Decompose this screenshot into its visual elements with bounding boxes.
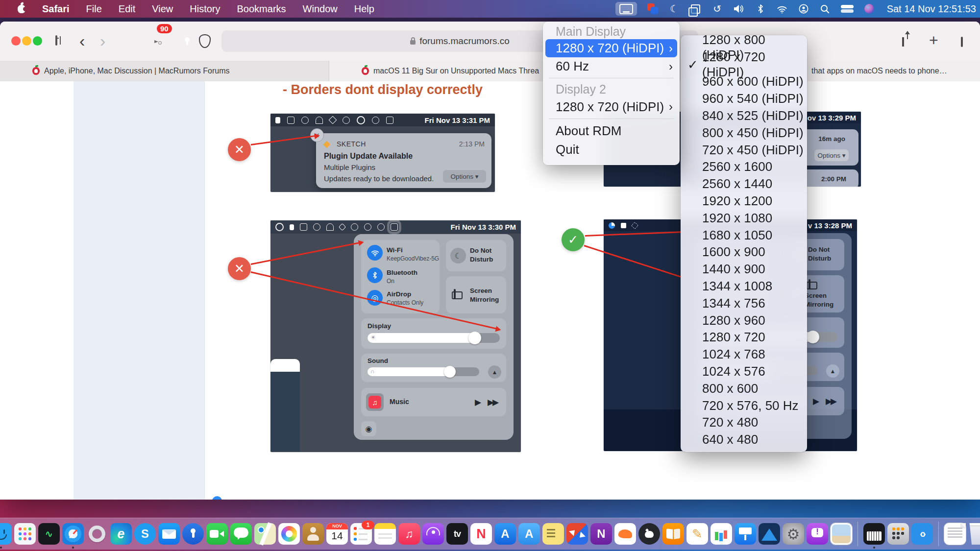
dock-notes-icon[interactable]	[374, 523, 396, 545]
dock-facetime-icon[interactable]	[206, 523, 228, 545]
dock-tv-icon[interactable]	[446, 523, 468, 545]
submenu-item-1280-x-720[interactable]: 1280 x 720	[681, 329, 807, 346]
submenu-item-800-x-600[interactable]: 800 x 600	[681, 380, 807, 397]
submenu-item-1280-x-720-hidpi-[interactable]: ✓1280 x 720 (HiDPI)	[681, 56, 807, 73]
close-window-button[interactable]	[11, 36, 21, 46]
rdm-display2-resolution-item[interactable]: 1280 x 720 (HiDPI)›	[543, 97, 680, 116]
submenu-item-1920-x-1200[interactable]: 1920 x 1200	[681, 192, 807, 210]
dock-activity-monitor-icon[interactable]	[38, 523, 60, 545]
dock-skype-icon[interactable]	[134, 523, 156, 545]
play-icon[interactable]: ▶	[475, 397, 480, 407]
zoom-window-button[interactable]	[33, 36, 42, 46]
menu-window[interactable]: Window	[303, 3, 338, 15]
do-not-disturb-tile[interactable]: ☾ Do Not Disturb	[446, 240, 506, 271]
dock-affinity-designer-icon[interactable]	[759, 523, 780, 545]
volume-icon[interactable]	[733, 2, 745, 16]
dock-system-preferences-icon[interactable]	[783, 523, 804, 545]
menu-file[interactable]: File	[86, 3, 102, 15]
control-center-icon[interactable]	[841, 2, 854, 16]
dock-messages-icon[interactable]	[230, 523, 252, 545]
dock-app-store-2-icon[interactable]	[518, 523, 540, 545]
bluetooth-toggle-icon[interactable]	[367, 267, 383, 283]
notification-options-button[interactable]: Options ▾	[814, 149, 849, 161]
screen-mirroring-tile[interactable]: Screen Mirroring	[446, 276, 506, 313]
dock-piano-icon[interactable]	[863, 523, 885, 545]
wifi-icon[interactable]	[776, 2, 788, 16]
time-machine-icon[interactable]: ↺	[711, 2, 723, 16]
menubar-clock[interactable]: Sat 14 Nov 12:51:53	[887, 3, 976, 15]
dock-desktop-picture-icon[interactable]	[831, 523, 852, 545]
submenu-item-960-x-540-hidpi-[interactable]: 960 x 540 (HiDPI)	[681, 90, 807, 107]
menu-history[interactable]: History	[190, 3, 220, 15]
submenu-item-1440-x-900[interactable]: 1440 x 900	[681, 261, 807, 278]
dock-app-store-icon[interactable]	[494, 523, 516, 545]
dock-trash-icon[interactable]	[968, 523, 980, 545]
dock-music-icon[interactable]	[398, 523, 420, 545]
dock-stickies-icon[interactable]	[542, 523, 564, 545]
rdm-quit-item[interactable]: Quit	[543, 140, 680, 159]
dock-ring-icon[interactable]	[86, 523, 108, 545]
dock-reminders-icon[interactable]: 1	[350, 523, 372, 545]
submenu-item-2560-x-1440[interactable]: 2560 x 1440	[681, 175, 807, 192]
back-button[interactable]: ‹	[79, 31, 85, 50]
bluetooth-icon[interactable]	[755, 2, 766, 16]
submenu-item-720-x-480[interactable]: 720 x 480	[681, 414, 807, 431]
submenu-item-960-x-600-hidpi-[interactable]: 960 x 600 (HiDPI)	[681, 73, 807, 91]
dock-safari-icon[interactable]	[62, 523, 84, 545]
rdm-main-resolution-item[interactable]: 1280 x 720 (HiDPI)›	[545, 39, 677, 57]
airplay-icon[interactable]: ▲	[488, 365, 501, 379]
tab-macrumors-forums[interactable]: Apple, iPhone, Mac Discussion | MacRumor…	[0, 61, 329, 81]
menu-edit[interactable]: Edit	[119, 3, 135, 15]
dock-keynote-icon[interactable]	[735, 523, 756, 545]
submenu-item-1344-x-756[interactable]: 1344 x 756	[681, 295, 807, 312]
submenu-item-1920-x-1080[interactable]: 1920 x 1080	[681, 210, 807, 227]
submenu-item-800-x-450-hidpi-[interactable]: 800 x 450 (HiDPI)	[681, 124, 807, 142]
spotlight-search-icon[interactable]	[819, 2, 831, 16]
volume-slider[interactable]: ∩	[368, 367, 479, 376]
submenu-item-1600-x-900[interactable]: 1600 x 900	[681, 244, 807, 261]
submenu-item-640-x-480[interactable]: 640 x 480	[681, 431, 807, 448]
forward-button[interactable]: ›	[100, 31, 105, 50]
brightness-slider[interactable]: ☀	[368, 333, 500, 343]
submenu-item-840-x-525-hidpi-[interactable]: 840 x 525 (HiDPI)	[681, 107, 807, 124]
menu-view[interactable]: View	[152, 3, 173, 15]
user-switch-icon[interactable]: ◉	[361, 421, 376, 436]
dock-finder-icon[interactable]	[0, 523, 12, 545]
sidebar-toggle-icon[interactable]	[55, 35, 57, 46]
share-icon[interactable]	[902, 37, 904, 47]
play-icon[interactable]: ▶	[813, 396, 818, 407]
rdm-refresh-rate-item[interactable]: 60 Hz›	[543, 57, 680, 75]
dock-photos-icon[interactable]	[278, 523, 300, 545]
airplay-icon[interactable]: ▲	[826, 364, 839, 378]
dock-calendar-icon[interactable]: NOV14	[326, 523, 348, 545]
dock-document-icon[interactable]	[944, 523, 966, 545]
submenu-item-2560-x-1600[interactable]: 2560 x 1600	[681, 159, 807, 176]
rdm-display-menu-icon[interactable]	[615, 2, 637, 16]
dock-mail-icon[interactable]	[158, 523, 180, 545]
do-not-disturb-moon-icon[interactable]: ☾	[668, 2, 680, 16]
dock-1password-icon[interactable]	[182, 523, 204, 545]
dock-contacts-icon[interactable]	[302, 523, 324, 545]
rdm-about-item[interactable]: About RDM	[543, 121, 680, 140]
submenu-item-720-x-576-50-hz[interactable]: 720 x 576, 50 Hz	[681, 397, 807, 414]
minimize-window-button[interactable]	[22, 36, 31, 46]
dock-news-icon[interactable]	[470, 523, 492, 545]
dock-remote-icon[interactable]	[887, 523, 909, 545]
dock-maps-icon[interactable]	[254, 523, 276, 545]
adblock-shield-icon[interactable]	[199, 34, 211, 48]
dock-swift-playgrounds-icon[interactable]	[614, 523, 636, 545]
tab-apps-phone[interactable]: that apps on macOS needs to phone…	[804, 61, 980, 81]
menu-bookmarks[interactable]: Bookmarks	[237, 3, 286, 15]
menu-help[interactable]: Help	[354, 3, 374, 15]
fast-forward-icon[interactable]: ▶▶	[826, 396, 835, 407]
apple-logo-icon[interactable]	[18, 5, 25, 13]
submenu-item-1680-x-1050[interactable]: 1680 x 1050	[681, 227, 807, 244]
dock-launchpad-icon[interactable]	[14, 523, 36, 545]
dock-duet-display-icon[interactable]	[566, 523, 588, 545]
submenu-item-1280-x-960[interactable]: 1280 x 960	[681, 312, 807, 329]
submenu-item-1024-x-576[interactable]: 1024 x 576	[681, 363, 807, 380]
wifi-toggle-icon[interactable]	[367, 245, 383, 261]
dock-edge-icon[interactable]	[110, 523, 132, 545]
dock-vscode-icon[interactable]	[911, 523, 933, 545]
notification-options-button[interactable]: Options ▾	[443, 170, 486, 183]
